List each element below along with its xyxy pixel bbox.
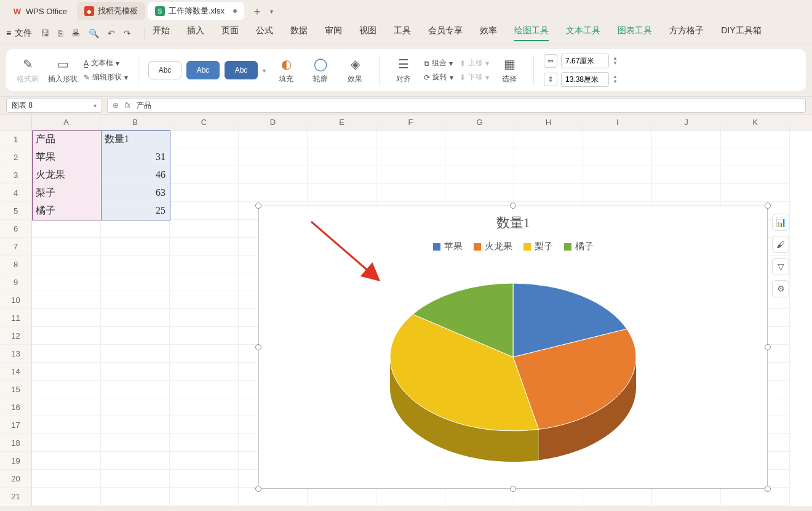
cell[interactable]: [239, 131, 308, 148]
cell[interactable]: [170, 416, 239, 434]
style-preset-1[interactable]: Abc: [148, 61, 181, 79]
menu-11[interactable]: 文本工具: [566, 25, 600, 41]
menu-9[interactable]: 效率: [480, 25, 497, 41]
cell[interactable]: [721, 166, 790, 184]
resize-handle[interactable]: [255, 486, 261, 492]
row-header[interactable]: 21: [0, 488, 31, 505]
row-header[interactable]: 5: [0, 202, 31, 220]
cell[interactable]: [32, 238, 101, 256]
cell[interactable]: [308, 488, 376, 505]
row-header[interactable]: 2: [0, 148, 31, 166]
cell[interactable]: [170, 273, 239, 291]
chart-filter-button[interactable]: ▽: [772, 258, 789, 275]
menu-1[interactable]: 插入: [187, 25, 204, 41]
cell[interactable]: [721, 148, 790, 166]
cell[interactable]: [445, 488, 514, 505]
hamburger-icon[interactable]: ≡: [6, 28, 11, 38]
menu-14[interactable]: DIY工具箱: [721, 25, 761, 41]
cell[interactable]: 苹果: [32, 148, 101, 166]
cell[interactable]: [170, 131, 239, 148]
col-header[interactable]: C: [170, 115, 239, 130]
cell[interactable]: [308, 184, 376, 202]
cell[interactable]: [445, 148, 514, 166]
menu-10[interactable]: 绘图工具: [514, 25, 549, 41]
row-header[interactable]: 19: [0, 452, 31, 470]
menu-6[interactable]: 视图: [359, 25, 376, 41]
col-header[interactable]: G: [445, 115, 514, 130]
chart-type-button[interactable]: 📊: [772, 214, 789, 231]
cell[interactable]: [376, 148, 445, 166]
col-header[interactable]: F: [376, 115, 445, 130]
row-header[interactable]: 15: [0, 380, 31, 398]
menu-0[interactable]: 开始: [153, 25, 170, 41]
cell[interactable]: [170, 452, 239, 470]
print-icon[interactable]: 🖶: [71, 28, 80, 38]
template-tab[interactable]: ◆ 找稻壳模板: [77, 2, 145, 20]
cell[interactable]: [170, 398, 239, 416]
cell[interactable]: [101, 434, 170, 452]
menu-5[interactable]: 审阅: [325, 25, 342, 41]
new-tab-button[interactable]: ＋: [247, 4, 268, 18]
cell[interactable]: [101, 398, 170, 416]
cell[interactable]: [308, 148, 376, 166]
row-header[interactable]: 1: [0, 131, 31, 148]
row-header[interactable]: 9: [0, 273, 31, 291]
cell[interactable]: 数量1: [101, 131, 170, 148]
cell[interactable]: [445, 166, 514, 184]
row-header[interactable]: 13: [0, 345, 31, 363]
cell[interactable]: [170, 166, 239, 184]
resize-handle[interactable]: [255, 203, 261, 209]
cell[interactable]: [32, 345, 101, 363]
cell[interactable]: [170, 434, 239, 452]
cell[interactable]: [101, 452, 170, 470]
cell[interactable]: [101, 273, 170, 291]
row-header[interactable]: 8: [0, 256, 31, 273]
edit-shape-button[interactable]: ✎编辑形状 ▾: [84, 72, 128, 82]
tab-list-dropdown[interactable]: ▾: [270, 8, 273, 15]
cell[interactable]: [583, 488, 652, 505]
group-button[interactable]: ⧉组合 ▾: [424, 58, 453, 68]
col-header[interactable]: K: [721, 115, 790, 130]
undo-icon[interactable]: ↶: [108, 28, 115, 38]
cell[interactable]: [32, 291, 101, 309]
select-button[interactable]: ▦选择: [495, 57, 523, 84]
cell[interactable]: [170, 488, 239, 505]
style-preset-2[interactable]: Abc: [186, 61, 220, 79]
cell[interactable]: [101, 363, 170, 380]
cell[interactable]: [652, 148, 721, 166]
cell[interactable]: [32, 488, 101, 505]
cell[interactable]: [239, 166, 308, 184]
menu-7[interactable]: 工具: [394, 25, 411, 41]
formula-input[interactable]: 产品: [137, 100, 151, 111]
menu-8[interactable]: 会员专享: [428, 25, 463, 41]
cell[interactable]: [101, 380, 170, 398]
cell[interactable]: [308, 131, 376, 148]
cell[interactable]: [101, 488, 170, 505]
height-input[interactable]: [561, 72, 609, 87]
cell[interactable]: [376, 166, 445, 184]
cell[interactable]: [652, 184, 721, 202]
cell[interactable]: [101, 220, 170, 238]
text-box-button[interactable]: A̲文本框 ▾: [84, 58, 128, 68]
cell[interactable]: [101, 345, 170, 363]
cell[interactable]: [32, 434, 101, 452]
cell[interactable]: [376, 488, 445, 505]
app-tab[interactable]: W WPS Office: [5, 2, 74, 20]
resize-handle[interactable]: [255, 344, 261, 350]
cell[interactable]: [239, 148, 308, 166]
col-header[interactable]: D: [239, 115, 308, 130]
preview-icon[interactable]: 🔍: [89, 28, 99, 38]
cell[interactable]: 31: [101, 148, 170, 166]
style-dropdown[interactable]: ▾: [263, 67, 266, 74]
cell[interactable]: [32, 309, 101, 327]
chart-settings-button[interactable]: ⚙: [772, 280, 789, 297]
cell[interactable]: [32, 256, 101, 273]
row-header[interactable]: 3: [0, 166, 31, 184]
cell[interactable]: [170, 380, 239, 398]
cell[interactable]: [32, 398, 101, 416]
effects-button[interactable]: ◈效果: [341, 57, 369, 84]
fx-icon[interactable]: fx: [125, 101, 130, 110]
legend-item[interactable]: 苹果: [433, 241, 463, 252]
cell[interactable]: [170, 220, 239, 238]
cell[interactable]: [583, 184, 652, 202]
